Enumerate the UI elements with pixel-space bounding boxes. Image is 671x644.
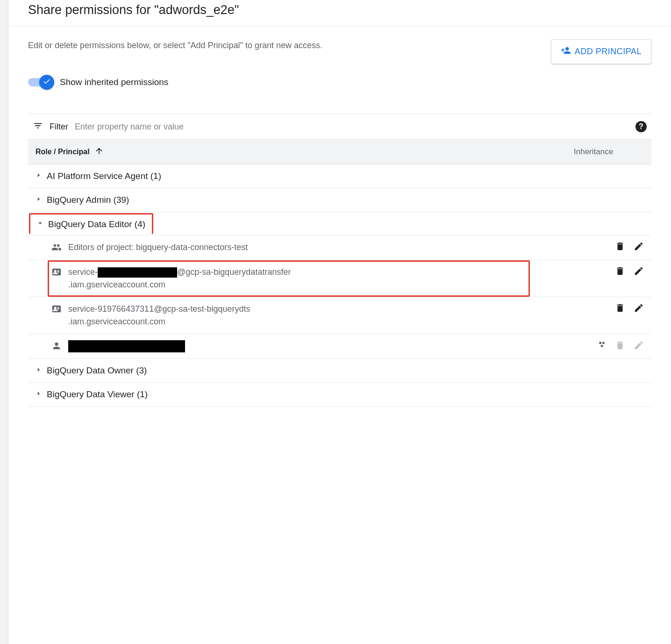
principal-row: [28, 334, 651, 359]
help-icon[interactable]: ?: [635, 121, 647, 132]
inherited-permissions-toggle[interactable]: [28, 78, 52, 86]
role-name: BigQuery Data Owner (3): [47, 365, 147, 376]
role-row[interactable]: BigQuery Data Owner (3): [28, 359, 651, 383]
delete-button[interactable]: [615, 241, 625, 251]
toggle-label: Show inherited permissions: [60, 77, 168, 87]
role-row[interactable]: BigQuery Admin (39): [28, 188, 651, 212]
role-name: BigQuery Admin (39): [47, 195, 129, 205]
delete-button[interactable]: [615, 266, 625, 276]
panel-header: Share permissions for "adwords_e2e": [8, 0, 671, 26]
svg-point-0: [599, 342, 601, 344]
role-name: BigQuery Data Editor (4): [48, 219, 145, 229]
arrow-upward-icon: [94, 146, 104, 157]
role-name: BigQuery Data Viewer (1): [47, 389, 148, 400]
chevron-right-icon: [36, 196, 42, 204]
role-row[interactable]: AI Platform Service Agent (1): [28, 165, 651, 188]
role-name: AI Platform Service Agent (1): [47, 171, 161, 181]
service-account-icon: [51, 303, 63, 316]
principal-row: service-919766437311@gcp-sa-test-bigquer…: [28, 297, 651, 334]
delete-button: [615, 340, 625, 351]
delete-button[interactable]: [615, 303, 625, 313]
principal-row: Editors of project: bigquery-data-connec…: [28, 236, 651, 260]
add-principal-label: ADD PRINCIPAL: [575, 47, 642, 57]
column-inheritance[interactable]: Inheritance: [574, 147, 644, 157]
chevron-down-icon: [37, 220, 43, 229]
principal-text: service-919766437311@gcp-sa-test-bigquer…: [68, 303, 609, 328]
role-row[interactable]: BigQuery Data Editor (4): [29, 213, 153, 234]
role-row[interactable]: BigQuery Data Viewer (1): [28, 383, 651, 407]
redacted-block: [98, 267, 177, 278]
edit-button[interactable]: [634, 266, 644, 276]
filter-input[interactable]: [75, 122, 629, 132]
filter-label: Filter: [50, 122, 68, 132]
check-icon: [43, 77, 51, 87]
principal-row: service-@gcp-sa-bigquerydatatransfer.iam…: [28, 260, 651, 297]
chevron-right-icon: [36, 172, 42, 180]
principal-text: service-@gcp-sa-bigquerydatatransfer.iam…: [68, 266, 609, 291]
edit-button[interactable]: [634, 303, 644, 313]
chevron-right-icon: [36, 366, 42, 375]
group-icon: [51, 241, 63, 254]
chevron-right-icon: [36, 390, 42, 399]
user-icon: [51, 340, 63, 353]
table-header: Role / Principal Inheritance: [28, 139, 651, 165]
principal-text: [68, 340, 592, 352]
edit-button[interactable]: [634, 241, 644, 251]
add-principal-button[interactable]: ADD PRINCIPAL: [551, 39, 651, 64]
column-role-principal[interactable]: Role / Principal: [36, 146, 574, 157]
svg-point-1: [602, 342, 605, 344]
redacted-block: [68, 340, 185, 352]
description-text: Edit or delete permissions below, or sel…: [28, 39, 542, 52]
page-title: Share permissions for "adwords_e2e": [28, 3, 651, 17]
inheritance-icon: [597, 340, 607, 351]
person-add-icon: [561, 45, 571, 58]
service-account-icon: [51, 266, 63, 279]
filter-icon: [33, 121, 43, 133]
svg-point-2: [601, 345, 603, 347]
edit-button: [634, 340, 644, 351]
principal-text: Editors of project: bigquery-data-connec…: [68, 241, 609, 254]
